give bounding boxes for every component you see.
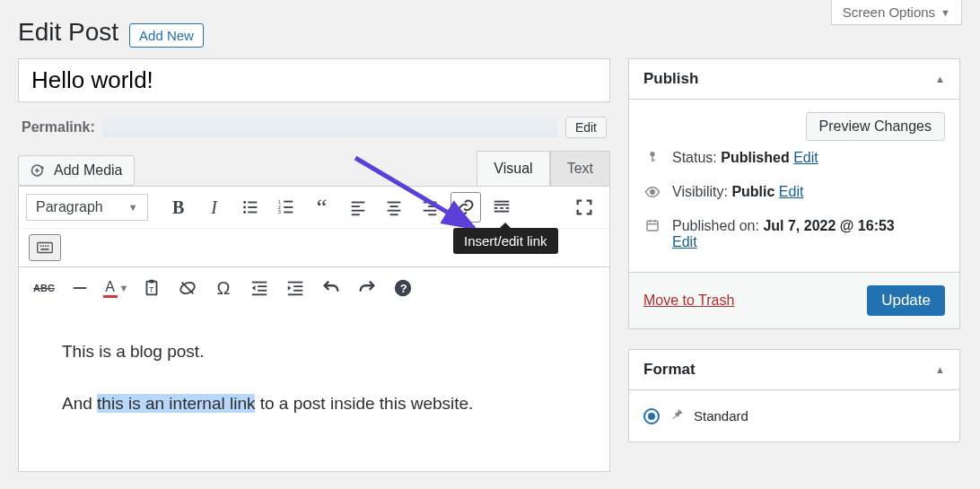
svg-point-35	[45, 245, 47, 247]
svg-rect-48	[293, 285, 302, 287]
format-panel-header[interactable]: Format ▲	[629, 350, 959, 390]
selected-text: this is an internal link	[97, 394, 255, 413]
svg-rect-49	[293, 290, 302, 292]
chevron-down-icon: ▼	[941, 7, 950, 18]
svg-text:?: ?	[400, 282, 407, 295]
toolbar-row-3: ABC A ▼ T Ω	[19, 267, 609, 309]
paragraph: And this is an internal link to a post i…	[62, 389, 566, 418]
chevron-down-icon: ▼	[119, 283, 129, 293]
paste-text-button[interactable]: T	[136, 273, 167, 303]
svg-rect-3	[248, 202, 257, 204]
italic-button[interactable]: I	[199, 192, 230, 223]
svg-rect-32	[38, 243, 53, 253]
svg-line-0	[355, 158, 474, 228]
toolbar-toggle-button[interactable]	[29, 234, 61, 261]
status-label: Status:	[672, 150, 721, 165]
svg-rect-29	[500, 207, 503, 209]
svg-point-36	[48, 245, 49, 247]
status-edit-link[interactable]: Edit	[793, 150, 818, 165]
radio-checked	[643, 408, 660, 424]
screen-options-tab[interactable]: Screen Options ▼	[831, 0, 962, 25]
special-character-button[interactable]: Ω	[208, 273, 239, 303]
svg-rect-44	[258, 285, 267, 287]
svg-text:T: T	[149, 286, 153, 294]
bullet-list-button[interactable]	[235, 192, 266, 223]
outdent-button[interactable]	[244, 273, 275, 303]
format-option-standard[interactable]: Standard	[643, 403, 945, 429]
calendar-icon	[643, 218, 661, 232]
post-title-input[interactable]	[18, 58, 610, 102]
chevron-up-icon: ▲	[935, 74, 945, 84]
undo-button[interactable]	[316, 273, 346, 303]
svg-rect-40	[149, 280, 154, 284]
media-icon	[30, 162, 48, 179]
svg-point-56	[651, 190, 655, 195]
svg-point-33	[40, 245, 42, 247]
move-to-trash-link[interactable]: Move to Trash	[643, 293, 734, 309]
svg-rect-13	[284, 212, 293, 214]
permalink-row: Permalink: Edit	[18, 111, 610, 151]
svg-point-6	[243, 211, 246, 214]
status-value: Published	[721, 150, 789, 165]
svg-rect-9	[284, 201, 293, 203]
numbered-list-button[interactable]: 123	[271, 192, 302, 223]
svg-rect-5	[248, 206, 257, 208]
editor: Paragraph ▼ B I 123 “	[18, 186, 610, 472]
svg-rect-46	[252, 293, 267, 295]
svg-point-2	[243, 201, 246, 204]
visibility-label: Visibility:	[672, 184, 731, 199]
key-icon	[643, 150, 661, 164]
tab-text[interactable]: Text	[550, 151, 610, 186]
indent-button[interactable]	[280, 273, 311, 303]
paragraph: This is a blog post.	[62, 337, 566, 366]
preview-changes-button[interactable]: Preview Changes	[806, 112, 945, 141]
tooltip-insert-link: Insert/edit link	[453, 228, 558, 254]
chevron-down-icon: ▼	[128, 202, 138, 213]
pin-icon	[669, 406, 685, 425]
update-button[interactable]: Update	[867, 285, 945, 316]
screen-options-label: Screen Options	[843, 4, 935, 20]
publish-panel-header[interactable]: Publish ▲	[629, 59, 959, 100]
permalink-edit-button[interactable]: Edit	[565, 117, 607, 138]
strikethrough-button[interactable]: ABC	[29, 273, 59, 303]
chevron-up-icon: ▲	[935, 364, 945, 375]
page-title: Edit Post	[18, 18, 118, 47]
bold-button[interactable]: B	[163, 192, 194, 223]
permalink-label: Permalink:	[22, 119, 95, 135]
published-edit-link[interactable]: Edit	[672, 234, 697, 249]
visibility-edit-link[interactable]: Edit	[779, 184, 804, 199]
redo-button[interactable]	[352, 273, 382, 303]
svg-rect-43	[252, 282, 267, 284]
svg-rect-57	[647, 221, 658, 231]
text-color-button[interactable]: A ▼	[101, 273, 131, 303]
svg-point-4	[243, 206, 246, 209]
svg-rect-38	[74, 287, 87, 289]
svg-rect-37	[40, 249, 48, 250]
blockquote-button[interactable]: “	[307, 192, 337, 223]
svg-rect-45	[258, 290, 267, 292]
svg-point-34	[42, 245, 44, 247]
editor-content[interactable]: This is a blog post. And this is an inte…	[19, 309, 609, 471]
add-new-button[interactable]: Add New	[129, 23, 204, 48]
help-button[interactable]: ?	[388, 273, 418, 303]
published-value: Jul 7, 2022 @ 16:53	[763, 218, 894, 233]
svg-rect-7	[248, 212, 257, 214]
permalink-url	[102, 118, 558, 137]
format-label: Standard	[694, 408, 748, 424]
visibility-value: Public	[731, 184, 774, 199]
svg-rect-54	[652, 156, 652, 162]
format-select[interactable]: Paragraph ▼	[26, 194, 148, 221]
svg-point-53	[650, 152, 654, 156]
eye-icon	[643, 184, 661, 200]
add-media-button[interactable]: Add Media	[18, 155, 135, 186]
format-select-label: Paragraph	[36, 199, 103, 215]
fullscreen-button[interactable]	[569, 192, 599, 223]
svg-rect-11	[284, 206, 293, 208]
toolbar-row-1: Paragraph ▼ B I 123 “	[19, 187, 609, 229]
horizontal-rule-button[interactable]	[65, 273, 95, 303]
format-panel: Format ▲ Standard	[628, 349, 960, 442]
format-title: Format	[643, 361, 696, 379]
publish-title: Publish	[643, 70, 698, 88]
clear-formatting-button[interactable]	[172, 273, 203, 303]
svg-rect-47	[288, 282, 303, 284]
